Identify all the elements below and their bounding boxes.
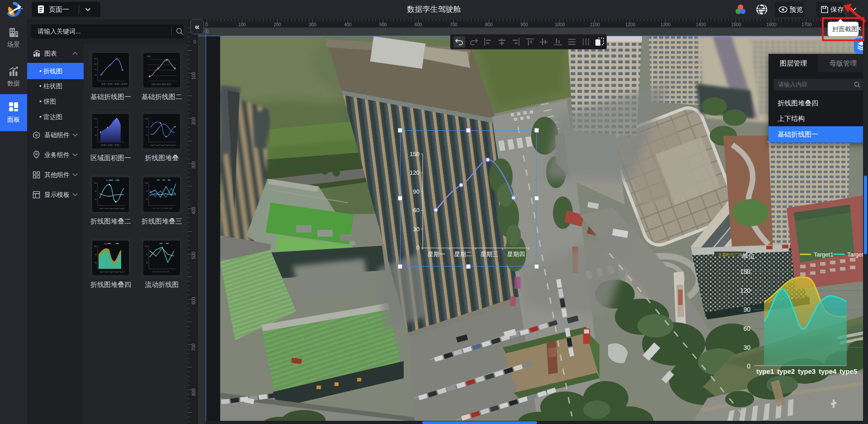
svg-text:90: 90 xyxy=(95,253,97,256)
svg-text:150: 150 xyxy=(94,182,97,184)
svg-text:30: 30 xyxy=(95,134,97,136)
svg-text:type3: type3 xyxy=(798,367,816,375)
svg-text:30: 30 xyxy=(95,198,97,200)
svg-text:150: 150 xyxy=(740,268,751,275)
svg-text:60: 60 xyxy=(413,207,420,214)
svg-text:60: 60 xyxy=(743,325,750,332)
svg-text:90: 90 xyxy=(743,306,750,313)
svg-text:90: 90 xyxy=(413,188,420,195)
svg-text:type2: type2 xyxy=(777,367,795,375)
svg-text:30: 30 xyxy=(146,262,148,264)
svg-text:30: 30 xyxy=(95,262,97,264)
svg-text:90: 90 xyxy=(146,190,148,192)
svg-text:0: 0 xyxy=(416,244,420,251)
svg-text:90: 90 xyxy=(95,190,97,192)
svg-text:120: 120 xyxy=(94,63,97,65)
svg-text:type5: type5 xyxy=(840,367,857,375)
svg-text:30: 30 xyxy=(413,226,420,233)
svg-text:30: 30 xyxy=(146,134,148,136)
svg-text:120: 120 xyxy=(740,287,751,294)
svg-text:星期三: 星期三 xyxy=(481,251,498,257)
svg-text:type1 type2 type3 type4 type5: type1 type2 type3 type4 type5 xyxy=(99,207,125,210)
svg-text:星期一: 星期一 xyxy=(428,251,445,257)
svg-text:0: 0 xyxy=(747,362,750,370)
svg-text:星期二: 星期二 xyxy=(454,251,472,257)
svg-text:单位: 单位 xyxy=(104,243,108,245)
svg-text:150: 150 xyxy=(94,57,97,60)
svg-text:30: 30 xyxy=(743,344,750,351)
svg-text:90: 90 xyxy=(95,68,97,71)
svg-text:150: 150 xyxy=(410,151,420,157)
svg-text:90: 90 xyxy=(95,126,97,128)
svg-text:90: 90 xyxy=(146,253,148,256)
svg-text:Target1: Target1 xyxy=(814,251,833,258)
svg-text:type1 type2 type3 type4 type5: type1 type2 type3 type4 type5 xyxy=(151,144,176,146)
svg-text:60: 60 xyxy=(95,74,97,76)
svg-text:150: 150 xyxy=(145,182,148,184)
svg-text:type4: type4 xyxy=(819,367,837,375)
svg-text:type1: type1 xyxy=(756,367,774,375)
svg-text:type1 type2 type3 type4 type5: type1 type2 type3 type4 type5 xyxy=(99,271,125,273)
svg-text:单位: 单位 xyxy=(147,55,151,57)
svg-text:星期一 星期二 星期三 星期四: 星期一 星期二 星期三 星期四 xyxy=(101,83,127,85)
svg-text:单位: 单位 xyxy=(741,252,755,260)
svg-text:120: 120 xyxy=(410,169,420,176)
svg-text:150: 150 xyxy=(94,118,97,120)
svg-text:星期一 星期二 星期三: 星期一 星期二 星期三 xyxy=(101,144,121,146)
svg-text:星期四: 星期四 xyxy=(507,251,525,257)
svg-text:单位: 单位 xyxy=(106,179,109,181)
svg-text:1月 2月 3月 4月 5月: 1月 2月 3月 4月 5月 xyxy=(152,271,169,273)
svg-text:150: 150 xyxy=(145,245,148,248)
svg-text:30: 30 xyxy=(146,198,148,200)
svg-text:2020 2021 2022 2023: 2020 2021 2022 2023 xyxy=(151,83,171,86)
svg-text:一月 二月 三月 四月 五月: 一月 二月 三月 四月 五月 xyxy=(151,207,173,210)
svg-text:150: 150 xyxy=(94,245,97,248)
svg-text:150: 150 xyxy=(145,118,148,120)
svg-text:90: 90 xyxy=(146,126,148,128)
